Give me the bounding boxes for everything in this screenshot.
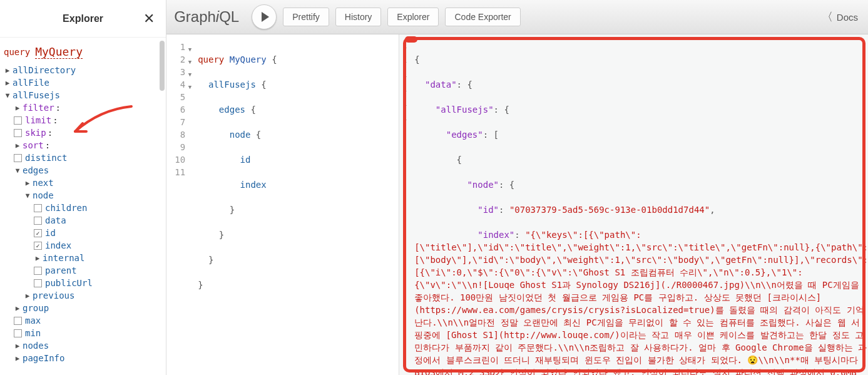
tree-limit[interactable]: limit: (4, 114, 162, 126)
scrollbar[interactable] (160, 41, 165, 166)
tree-edges[interactable]: ▼edges (4, 164, 162, 177)
caret-right-icon: ▶ (14, 141, 21, 150)
checkbox-icon[interactable] (14, 129, 22, 137)
explorer-header: Explorer ✕ (0, 0, 166, 38)
checkbox-icon[interactable] (14, 154, 22, 162)
explorer-tree: ▶allDirectory ▶allFile ▼allFusejs ▶filte… (4, 64, 162, 364)
editor-area: 1▼ 2▼ 3▼ 4▼ 5 6 7 8 9 10 11 query MyQuer… (166, 34, 868, 375)
history-button[interactable]: History (335, 8, 382, 26)
tree-filter[interactable]: ▶filter: (4, 101, 162, 114)
query-editor[interactable]: 1▼ 2▼ 3▼ 4▼ 5 6 7 8 9 10 11 query MyQuer… (166, 34, 399, 375)
tree-allfusejs[interactable]: ▼allFusejs (4, 89, 162, 101)
fold-icon[interactable]: ▼ (188, 68, 191, 81)
code-exporter-button[interactable]: Code Exporter (445, 8, 520, 26)
caret-down-icon: ▼ (14, 167, 21, 175)
tree-id[interactable]: id (4, 227, 162, 239)
caret-right-icon: ▶ (4, 79, 11, 87)
docs-button[interactable]: 〈 Docs (822, 9, 860, 24)
prettify-button[interactable]: Prettify (283, 8, 329, 26)
tree-max[interactable]: max (4, 314, 162, 327)
tree-allfile[interactable]: ▶allFile (4, 76, 162, 89)
caret-right-icon: ▶ (14, 304, 21, 312)
explorer-button[interactable]: Explorer (387, 8, 439, 26)
tree-distinct[interactable]: distinct (4, 152, 162, 164)
tree-publicurl[interactable]: publicUrl (4, 277, 162, 289)
fold-icon[interactable]: ▼ (399, 41, 412, 55)
caret-down-icon: ▼ (4, 91, 11, 100)
tree-next[interactable]: ▶next (4, 177, 162, 189)
fold-icon[interactable]: ▼ (188, 43, 191, 56)
close-icon[interactable]: ✕ (143, 11, 155, 27)
fold-icon[interactable]: ▼ (188, 81, 191, 93)
explorer-body: query MyQuery ▶allDirectory ▶allFile ▼al… (0, 38, 166, 375)
tree-index[interactable]: index (4, 239, 162, 252)
checkbox-icon[interactable] (34, 267, 42, 275)
caret-right-icon: ▶ (14, 342, 21, 350)
tree-min[interactable]: min (4, 327, 162, 339)
fold-icon[interactable]: ▼ (399, 69, 412, 84)
tree-internal[interactable]: ▶internal (4, 252, 162, 264)
checkbox-icon[interactable] (34, 204, 42, 212)
graphiql-logo: GraphiQL (174, 8, 239, 26)
query-code[interactable]: query MyQuery { allFusejs { edges { node… (190, 41, 399, 375)
result-panel: ▼ ▼ ▼ ▼ ▼ ▼ { "data": { "allFusejs": { "… (399, 34, 868, 375)
caret-right-icon: ▶ (4, 66, 11, 74)
caret-right-icon: ▶ (24, 179, 31, 187)
caret-right-icon: ▶ (24, 292, 31, 300)
line-gutter: 1▼ 2▼ 3▼ 4▼ 5 6 7 8 9 10 11 (166, 41, 190, 375)
tree-pageinfo[interactable]: ▶pageInfo (4, 352, 162, 364)
fold-icon[interactable]: ▼ (399, 55, 412, 69)
toolbar: GraphiQL Prettify History Explorer Code … (166, 0, 868, 34)
fold-icon[interactable]: ▼ (399, 113, 412, 127)
tree-nodes[interactable]: ▶nodes (4, 339, 162, 352)
checkbox-checked-icon[interactable] (34, 242, 42, 250)
chevron-left-icon: 〈 (822, 9, 833, 24)
checkbox-icon[interactable] (14, 329, 22, 337)
tree-group[interactable]: ▶group (4, 302, 162, 314)
caret-right-icon: ▶ (14, 104, 21, 112)
explorer-title: Explorer (63, 13, 103, 24)
tree-parent[interactable]: parent (4, 264, 162, 277)
tree-previous[interactable]: ▶previous (4, 289, 162, 302)
fold-icon[interactable]: ▼ (399, 98, 412, 113)
checkbox-icon[interactable] (14, 116, 22, 125)
caret-right-icon: ▶ (34, 254, 41, 262)
execute-button[interactable] (252, 4, 277, 29)
query-name-input[interactable]: MyQuery (35, 45, 83, 59)
fold-icon[interactable]: ▼ (188, 56, 191, 68)
tree-node-field[interactable]: ▼node (4, 189, 162, 202)
tree-skip[interactable]: skip: (4, 126, 162, 139)
checkbox-checked-icon[interactable] (34, 229, 42, 237)
query-row: query MyQuery (4, 43, 162, 61)
result-json[interactable]: { "data": { "allFusejs": { "edges": [ { … (399, 41, 868, 375)
caret-right-icon: ▶ (14, 354, 21, 362)
checkbox-icon[interactable] (14, 317, 22, 325)
tree-sort[interactable]: ▶sort: (4, 139, 162, 152)
play-icon (262, 12, 269, 22)
tree-data[interactable]: data (4, 214, 162, 227)
checkbox-icon[interactable] (34, 217, 42, 225)
explorer-panel: Explorer ✕ query MyQuery ▶allDirectory ▶… (0, 0, 166, 375)
main-area: GraphiQL Prettify History Explorer Code … (166, 0, 868, 375)
fold-icon[interactable]: ▼ (399, 84, 412, 98)
result-gutter: ▼ ▼ ▼ ▼ ▼ ▼ (399, 41, 412, 127)
tree-children[interactable]: children (4, 202, 162, 214)
tree-alldirectory[interactable]: ▶allDirectory (4, 64, 162, 76)
checkbox-icon[interactable] (34, 279, 42, 287)
query-keyword: query (4, 47, 30, 57)
caret-down-icon: ▼ (24, 192, 31, 200)
